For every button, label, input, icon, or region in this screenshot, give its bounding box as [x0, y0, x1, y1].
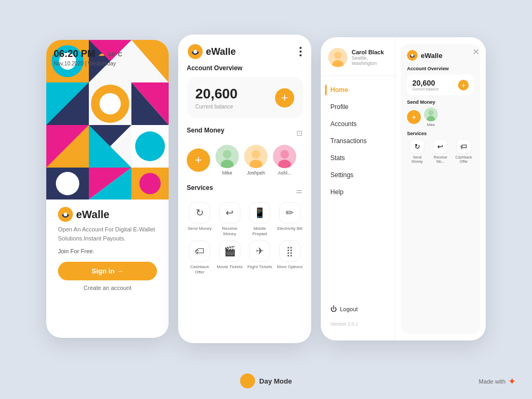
- profile-section: Carol Black Seattle, Washington: [321, 48, 395, 76]
- profile-name: Carol Black: [352, 49, 387, 55]
- contacts-list: + Mike: [187, 145, 303, 176]
- svg-point-30: [223, 150, 231, 159]
- movies-icon: 🎬: [219, 240, 240, 262]
- s1-logo: eWalle: [58, 207, 110, 222]
- nav-item-home[interactable]: Home: [325, 81, 390, 98]
- contact-avatar-joshpeh: [244, 145, 268, 168]
- contact-ashley[interactable]: Ashl...: [273, 145, 296, 176]
- cashback-icon: 🏷: [189, 240, 210, 262]
- contact-mike[interactable]: Mike: [215, 145, 239, 176]
- scan-icon[interactable]: ⊡: [296, 129, 303, 137]
- profile-avatar: [328, 48, 347, 67]
- balance-label: Current balance: [195, 104, 238, 110]
- splash-art: 06:20 PM ☁ 34° C Nov.10.2020 | Wednesday: [46, 40, 169, 200]
- service-movies[interactable]: 🎬 Movie Tickets: [217, 240, 243, 275]
- close-button[interactable]: ✕: [472, 47, 479, 57]
- contact-avatar-mike: [215, 145, 239, 168]
- contact-avatar-ashley: [273, 145, 296, 168]
- electricity-icon: ✏: [279, 202, 301, 223]
- service-mobile[interactable]: 📱 Mobile Prepaid: [247, 202, 273, 236]
- add-balance-button[interactable]: +: [275, 88, 294, 107]
- contact-name-joshpeh: Joshpeh: [247, 170, 265, 176]
- svg-point-36: [280, 150, 289, 159]
- services-header: Services ⚌: [187, 184, 303, 197]
- service-label-electricity: Electricity Bill: [277, 226, 302, 231]
- screen3-menu: Carol Black Seattle, Washington Home Pro…: [321, 37, 486, 340]
- preview-services-grid: ↻ Send Money ↩ Receive Mo... 🏷 Cashback …: [407, 139, 474, 164]
- services-grid: ↻ Send Money ↩ Receive Money 📱 Mobile Pr…: [187, 202, 303, 275]
- svg-point-26: [64, 213, 68, 217]
- svg-point-18: [135, 131, 165, 161]
- nav-item-stats[interactable]: Stats: [325, 149, 390, 167]
- service-flights[interactable]: ✈ Flight Tickets: [247, 240, 273, 275]
- service-label-more: More Options: [277, 264, 303, 270]
- send-money-title: Send Money: [187, 127, 225, 134]
- menu-dots[interactable]: [300, 47, 302, 56]
- screen2-dashboard: eWalle Account Overview 20,600 Current b…: [178, 35, 311, 343]
- svg-point-28: [194, 50, 197, 54]
- services-title: Services: [187, 184, 213, 192]
- service-label-receive: Receive Money: [217, 226, 243, 236]
- s1-content: eWalle Open An Account For Digital E-Wal…: [46, 200, 169, 338]
- preview-balance-label: Current balance: [412, 87, 439, 91]
- receive-money-icon: ↩: [219, 202, 240, 223]
- day-mode-icon: [240, 373, 255, 388]
- service-receive-money[interactable]: ↩ Receive Money: [217, 202, 243, 236]
- add-contact-button[interactable]: +: [187, 148, 210, 172]
- send-money-header: Send Money ⊡: [187, 127, 303, 139]
- preview-service-icon-2: 🏷: [456, 139, 471, 154]
- preview-contacts: + Mike: [407, 107, 474, 127]
- s2-app-name: eWalle: [206, 46, 236, 57]
- preview-add-btn: +: [458, 80, 469, 90]
- s2-logo: eWalle: [188, 44, 236, 59]
- date-display: Nov.10.2020 | Wednesday: [54, 61, 161, 66]
- service-send-money[interactable]: ↻ Send Money: [187, 202, 213, 236]
- version-text: Version 2.0.1: [321, 318, 395, 330]
- logout-label: Logout: [340, 306, 358, 312]
- preview-logo-icon: [407, 50, 418, 61]
- day-mode-label: Day Mode: [259, 377, 292, 385]
- time-display: 06:20 PM: [54, 48, 95, 60]
- nav-item-accounts[interactable]: Accounts: [325, 115, 390, 132]
- service-electricity[interactable]: ✏ Electricity Bill: [277, 202, 303, 236]
- nav-item-transactions[interactable]: Transactions: [325, 132, 390, 149]
- more-icon: ⣿: [279, 240, 301, 262]
- weather-icon: ☁: [98, 51, 104, 57]
- s1-topbar: 06:20 PM ☁ 34° C Nov.10.2020 | Wednesday: [46, 40, 169, 66]
- svg-point-39: [334, 52, 342, 59]
- service-label-movies: Movie Tickets: [217, 264, 243, 270]
- svg-point-24: [139, 173, 161, 194]
- profile-location: Seattle, Washington: [352, 55, 387, 66]
- logout-button[interactable]: ⏻ Logout: [321, 300, 395, 318]
- preview-service-icon-1: ↩: [433, 139, 448, 154]
- day-mode-toggle[interactable]: Day Mode: [240, 373, 292, 388]
- service-cashback[interactable]: 🏷 Cashback Offer: [187, 240, 213, 275]
- svg-point-33: [252, 150, 260, 159]
- side-nav-menu: Carol Black Seattle, Washington Home Pro…: [321, 37, 395, 340]
- filter-icon[interactable]: ⚌: [296, 186, 303, 195]
- svg-point-42: [411, 54, 414, 57]
- signin-button[interactable]: Sign in →: [58, 262, 157, 280]
- nav-item-profile[interactable]: Profile: [325, 98, 390, 115]
- preview-add-contact: +: [407, 110, 421, 124]
- nav-item-help[interactable]: Help: [325, 184, 390, 201]
- s2-body: Account Overview 20,600 Current balance …: [178, 64, 311, 343]
- contact-joshpeh[interactable]: Joshpeh: [244, 145, 268, 176]
- preview-services-title: Services: [407, 131, 474, 136]
- preview-service-label-0: Send Money: [407, 155, 428, 164]
- balance-amount: 20,600: [195, 86, 238, 102]
- preview-service-label-2: Cashback Offer: [453, 155, 474, 164]
- account-overview-title: Account Overview: [187, 64, 303, 72]
- bottom-bar: Day Mode: [240, 373, 292, 388]
- navigation-items: Home Profile Accounts Transactions Stats…: [321, 81, 395, 300]
- create-account-link[interactable]: Create an account: [58, 285, 157, 291]
- nav-item-settings[interactable]: Settings: [325, 167, 390, 184]
- service-more[interactable]: ⣿ More Options: [277, 240, 303, 275]
- service-label-mobile: Mobile Prepaid: [247, 226, 273, 236]
- svg-point-44: [428, 110, 434, 115]
- made-with-footer: Made with ✦: [479, 376, 516, 387]
- temperature: 34° C: [107, 51, 122, 57]
- preview-balance: 20,600: [412, 79, 439, 87]
- svg-point-10: [99, 93, 121, 114]
- flights-icon: ✈: [249, 240, 270, 262]
